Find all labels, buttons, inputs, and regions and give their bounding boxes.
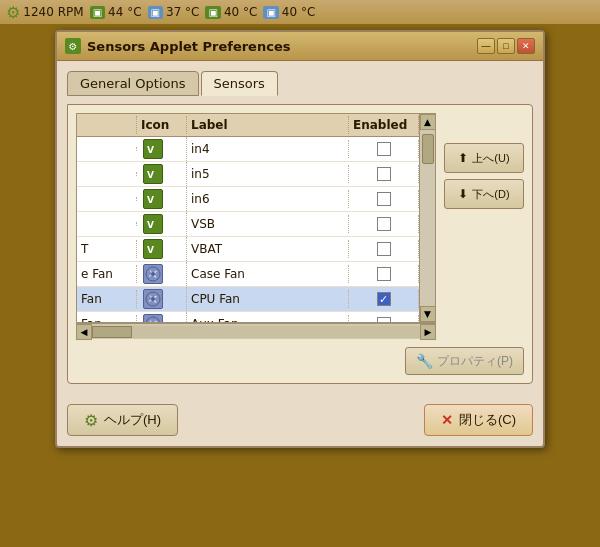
row-prefix bbox=[77, 222, 137, 226]
taskbar-temp3: ▣ 40 °C bbox=[205, 5, 257, 19]
row-icon: V bbox=[137, 237, 187, 261]
sensor-table: Icon Label Enabled bbox=[76, 113, 436, 323]
horizontal-scrollbar[interactable]: ◀ ▶ bbox=[76, 323, 436, 339]
row-label: CPU Fan bbox=[187, 290, 349, 308]
table-row: Fan bbox=[77, 312, 419, 322]
properties-row: 🔧 プロパティ(P) bbox=[76, 347, 524, 375]
sensors-panel: Icon Label Enabled bbox=[67, 104, 533, 384]
taskbar-temp1: ▣ 44 °C bbox=[90, 5, 142, 19]
footer: ⚙ ヘルプ(H) ✕ 閉じる(C) bbox=[57, 394, 543, 446]
scroll-right-arrow[interactable]: ▶ bbox=[420, 324, 436, 340]
scroll-down-arrow[interactable]: ▼ bbox=[420, 306, 436, 322]
h-scroll-track bbox=[92, 326, 420, 338]
minimize-button[interactable]: — bbox=[477, 38, 495, 54]
window-title: Sensors Applet Preferences bbox=[87, 39, 290, 54]
tab-general-options[interactable]: General Options bbox=[67, 71, 199, 96]
table-row: V VSB bbox=[77, 212, 419, 237]
row-label: Case Fan bbox=[187, 265, 349, 283]
table-row: V in5 bbox=[77, 162, 419, 187]
down-button[interactable]: ⬇ 下へ(D) bbox=[444, 179, 524, 209]
up-button[interactable]: ⬆ 上へ(U) bbox=[444, 143, 524, 173]
row-label: VBAT bbox=[187, 240, 349, 258]
checkbox[interactable] bbox=[377, 317, 391, 322]
row-enabled bbox=[349, 165, 419, 183]
checkbox[interactable] bbox=[377, 242, 391, 256]
help-icon: ⚙ bbox=[84, 411, 98, 430]
fan-icon bbox=[143, 314, 163, 322]
checkbox[interactable] bbox=[377, 167, 391, 181]
taskbar-temp2: ▣ 37 °C bbox=[148, 5, 200, 19]
tab-sensors[interactable]: Sensors bbox=[201, 71, 278, 96]
row-icon: V bbox=[137, 212, 187, 236]
table-row: Fan bbox=[77, 287, 419, 312]
panel-inner: Icon Label Enabled bbox=[76, 113, 524, 339]
row-prefix bbox=[77, 197, 137, 201]
titlebar-buttons: — □ ✕ bbox=[477, 38, 535, 54]
fan-icon bbox=[143, 289, 163, 309]
row-enabled: ✓ bbox=[349, 290, 419, 308]
close-button[interactable]: ✕ 閉じる(C) bbox=[424, 404, 533, 436]
table-scroll-area: Icon Label Enabled bbox=[77, 114, 419, 322]
row-label: VSB bbox=[187, 215, 349, 233]
table-row: V in4 bbox=[77, 137, 419, 162]
voltage-icon: V bbox=[143, 164, 163, 184]
taskbar-temp4: ▣ 40 °C bbox=[263, 5, 315, 19]
svg-point-11 bbox=[151, 272, 155, 276]
check-mark: ✓ bbox=[379, 293, 388, 306]
table-container-outer: Icon Label Enabled bbox=[76, 113, 436, 339]
voltage-icon: V bbox=[143, 139, 163, 159]
voltage-icon: V bbox=[143, 214, 163, 234]
tab-bar: General Options Sensors bbox=[67, 71, 533, 96]
svg-point-13 bbox=[151, 297, 155, 301]
svg-text:V: V bbox=[147, 170, 154, 180]
window-icon: ⚙ bbox=[65, 38, 81, 54]
th-prefix bbox=[77, 116, 137, 134]
window-close-button[interactable]: ✕ bbox=[517, 38, 535, 54]
checkbox[interactable] bbox=[377, 192, 391, 206]
th-enabled: Enabled bbox=[349, 116, 419, 134]
row-enabled bbox=[349, 190, 419, 208]
svg-text:V: V bbox=[147, 145, 154, 155]
table-row: e Fan bbox=[77, 262, 419, 287]
svg-text:V: V bbox=[147, 220, 154, 230]
row-icon bbox=[137, 262, 187, 286]
side-buttons: ⬆ 上へ(U) ⬇ 下へ(D) bbox=[444, 113, 524, 339]
main-window: ⚙ Sensors Applet Preferences — □ ✕ Gener… bbox=[55, 30, 545, 448]
row-enabled bbox=[349, 315, 419, 322]
table-row: V in6 bbox=[77, 187, 419, 212]
vertical-scrollbar[interactable]: ▲ ▼ bbox=[419, 114, 435, 322]
svg-point-14 bbox=[146, 317, 160, 322]
fan-icon bbox=[143, 264, 163, 284]
maximize-button[interactable]: □ bbox=[497, 38, 515, 54]
close-icon: ✕ bbox=[441, 412, 453, 428]
up-arrow-icon: ⬆ bbox=[458, 151, 468, 165]
row-prefix: Fan bbox=[77, 315, 137, 322]
row-prefix bbox=[77, 147, 137, 151]
help-button[interactable]: ⚙ ヘルプ(H) bbox=[67, 404, 178, 436]
row-icon: V bbox=[137, 187, 187, 211]
checkbox[interactable] bbox=[377, 142, 391, 156]
table-row: T V VBAT bbox=[77, 237, 419, 262]
table-body: V in4 bbox=[77, 137, 419, 322]
down-arrow-icon: ⬇ bbox=[458, 187, 468, 201]
scroll-thumb[interactable] bbox=[422, 134, 434, 164]
row-label: in5 bbox=[187, 165, 349, 183]
row-label: in4 bbox=[187, 140, 349, 158]
row-label: Aux Fan bbox=[187, 315, 349, 322]
row-enabled bbox=[349, 215, 419, 233]
taskbar: ⚙ 1240 RPM ▣ 44 °C ▣ 37 °C ▣ 40 °C ▣ 40 … bbox=[0, 0, 600, 24]
row-icon bbox=[137, 287, 187, 311]
properties-button[interactable]: 🔧 プロパティ(P) bbox=[405, 347, 524, 375]
checkbox[interactable] bbox=[377, 217, 391, 231]
row-enabled bbox=[349, 140, 419, 158]
checkbox-checked[interactable]: ✓ bbox=[377, 292, 391, 306]
row-enabled bbox=[349, 265, 419, 283]
scroll-up-arrow[interactable]: ▲ bbox=[420, 114, 436, 130]
checkbox[interactable] bbox=[377, 267, 391, 281]
h-scroll-thumb[interactable] bbox=[92, 326, 132, 338]
scroll-left-arrow[interactable]: ◀ bbox=[76, 324, 92, 340]
svg-text:V: V bbox=[147, 195, 154, 205]
svg-text:V: V bbox=[147, 245, 154, 255]
taskbar-rpm: ⚙ 1240 RPM bbox=[6, 3, 84, 22]
row-prefix: e Fan bbox=[77, 265, 137, 283]
